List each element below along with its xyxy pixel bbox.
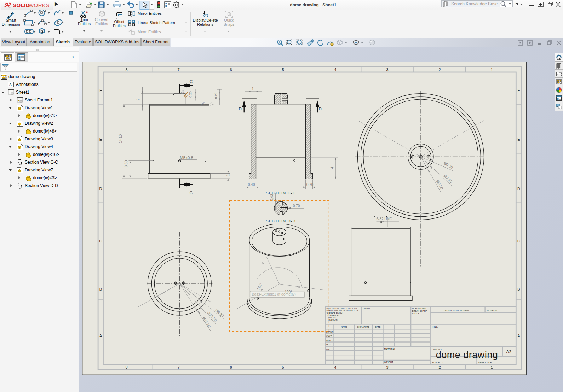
svg-text:M5x0.8: M5x0.8 <box>180 156 193 160</box>
svg-text:DO NOT SCALE DRAWING: DO NOT SCALE DRAWING <box>444 310 470 312</box>
svg-text:7: 7 <box>177 68 179 72</box>
svg-text:E: E <box>517 137 520 141</box>
svg-text:SECTION D-D: SECTION D-D <box>266 219 296 223</box>
svg-text:B: B <box>99 287 102 291</box>
svg-text:D: D <box>517 187 520 191</box>
svg-text:5: 5 <box>282 365 284 369</box>
svg-text:4: 4 <box>334 365 336 369</box>
svg-text:3: 3 <box>386 68 388 72</box>
svg-text:14.10: 14.10 <box>119 134 122 143</box>
svg-text:1: 1 <box>490 68 493 72</box>
svg-text:6-32 UNC: 6-32 UNC <box>377 217 392 221</box>
svg-text:UNLESS OTHERWISE SPECIFIED:: UNLESS OTHERWISE SPECIFIED: <box>327 308 357 310</box>
svg-text:DEBURR AND: DEBURR AND <box>412 308 426 310</box>
svg-text:4: 4 <box>330 166 334 169</box>
svg-text:3: 3 <box>386 365 388 369</box>
svg-text:CHK'D: CHK'D <box>326 335 332 337</box>
svg-text:REVISION: REVISION <box>487 310 497 312</box>
svg-text:A: A <box>99 334 102 338</box>
svg-text:A: A <box>9 82 12 87</box>
svg-text:C: C <box>190 79 193 84</box>
svg-text:DATE: DATE <box>375 326 381 328</box>
svg-text:C: C <box>99 239 102 243</box>
svg-text:D: D <box>99 187 102 191</box>
svg-text:4: 4 <box>334 68 336 72</box>
svg-text:MFG: MFG <box>326 344 331 346</box>
svg-text:WORKS: WORKS <box>29 2 50 8</box>
svg-text:DIMENSIONS ARE IN MILLIMETERS: DIMENSIONS ARE IN MILLIMETERS <box>327 310 359 312</box>
svg-text:120°: 120° <box>285 290 292 294</box>
svg-text:dome drawing: dome drawing <box>436 350 498 360</box>
svg-text:7: 7 <box>177 365 179 369</box>
svg-text:NAME: NAME <box>341 326 347 328</box>
svg-text:2: 2 <box>438 365 441 369</box>
svg-text:TOLERANCES:: TOLERANCES: <box>327 314 340 316</box>
svg-text:SOLID: SOLID <box>13 2 30 8</box>
svg-text:A: A <box>517 334 520 338</box>
svg-text:C: C <box>190 191 193 195</box>
svg-text:2: 2 <box>438 68 441 72</box>
svg-text:FINISH:: FINISH: <box>363 308 371 310</box>
svg-text:C: C <box>517 239 520 243</box>
svg-text:5: 5 <box>282 68 284 72</box>
svg-text:8: 8 <box>125 365 127 369</box>
svg-text:MATERIAL:: MATERIAL: <box>384 348 396 350</box>
svg-text:2: 2 <box>136 98 140 100</box>
svg-text:F: F <box>99 88 102 93</box>
svg-text:6: 6 <box>230 68 232 72</box>
svg-text:1: 1 <box>226 174 230 176</box>
svg-text:Q.A: Q.A <box>326 348 330 350</box>
svg-text:TITLE:: TITLE: <box>432 326 439 328</box>
svg-text:0.20: 0.20 <box>214 93 218 99</box>
svg-text:D: D <box>239 107 242 111</box>
svg-text:8: 8 <box>125 68 127 72</box>
svg-text:6: 6 <box>230 365 232 369</box>
svg-text:SHEET 1 OF 1: SHEET 1 OF 1 <box>478 361 494 364</box>
svg-text:?: ? <box>515 1 518 7</box>
svg-text:D: D <box>319 107 322 111</box>
svg-text:1: 1 <box>490 365 493 369</box>
svg-text:1: 1 <box>252 87 254 91</box>
svg-text:SCALE:1:2: SCALE:1:2 <box>432 361 444 364</box>
svg-text:0.70: 0.70 <box>293 204 300 208</box>
svg-text:EDGES: EDGES <box>412 312 420 315</box>
svg-text:E: E <box>99 137 102 141</box>
svg-text:B: B <box>517 287 520 291</box>
svg-text:0.43: 0.43 <box>270 194 274 201</box>
svg-text:APPV'D: APPV'D <box>326 339 333 341</box>
svg-text:0.40: 0.40 <box>248 183 255 187</box>
svg-text:3.50: 3.50 <box>124 160 128 167</box>
svg-text:SIGNATURE: SIGNATURE <box>357 326 370 328</box>
svg-text:BREAK SHARP: BREAK SHARP <box>412 310 427 312</box>
svg-text:ANGULAR:: ANGULAR: <box>328 319 338 321</box>
svg-text:WEIGHT:: WEIGHT: <box>384 361 394 363</box>
svg-text:F: F <box>518 88 520 93</box>
svg-text:0.70: 0.70 <box>306 183 314 187</box>
svg-text:A3: A3 <box>506 350 511 355</box>
